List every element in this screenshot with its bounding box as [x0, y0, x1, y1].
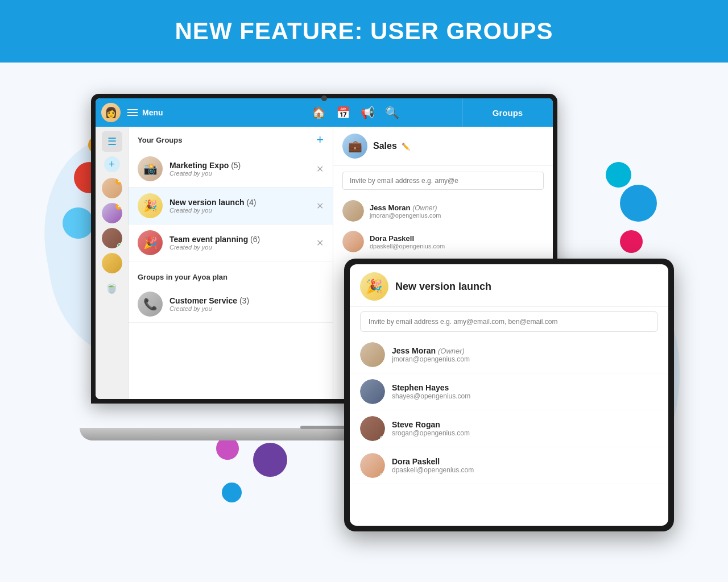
sales-group-name-container: Sales ✏️ [373, 141, 410, 151]
tablet-member-avatar-steve [360, 416, 385, 441]
search-icon[interactable]: 🔍 [385, 106, 399, 119]
online-indicator-3 [117, 243, 122, 248]
hamburger-line [127, 112, 138, 113]
sidebar: ☰ + ★ ★ [96, 127, 129, 399]
tablet-member-email-stephen: shayes@opengenius.com [392, 392, 470, 400]
tablet-group-name: New version launch [395, 281, 491, 293]
group-name-launch: New version launch (4) [169, 198, 309, 207]
laptop-hinge [300, 426, 346, 429]
member-avatar-jess [342, 200, 364, 222]
member-avatar-dora [342, 231, 364, 252]
tablet-frame: 🎉 New version launch Jess Moran (Owner) [344, 259, 674, 531]
tablet-member-info-steve: Steve Rogan srogan@opengenius.com [392, 420, 470, 437]
member-info-dora: Dora Paskell dpaskell@opengenius.com [370, 234, 445, 250]
tablet-member-avatar-dora [360, 453, 385, 478]
edit-pencil-icon[interactable]: ✏️ [402, 143, 410, 151]
group-name-marketing: Marketing Expo (5) [169, 161, 309, 170]
group-item-marketing[interactable]: 📸 Marketing Expo (5) Created by you ✕ [129, 151, 333, 188]
close-group-team[interactable]: ✕ [316, 238, 324, 248]
group-item-launch[interactable]: 🎉 New version launch (4) Created by you … [129, 188, 333, 225]
circle-purple2 [253, 443, 287, 477]
tablet-member-dora: Dora Paskell dpaskell@opengenius.com [350, 447, 668, 484]
circle-pink [620, 230, 643, 253]
circle-purple [216, 437, 239, 460]
group-name-team: Team event planning (6) [169, 235, 309, 244]
sidebar-item-chat[interactable]: + [102, 154, 122, 174]
plan-groups-header: Groups in your Ayoa plan [129, 266, 333, 286]
user-avatar-img: 👩 [101, 103, 121, 122]
group-avatar-customer: 📞 [138, 292, 163, 317]
group-info-customer: Customer Service (3) Created by you [169, 296, 324, 312]
sidebar-avatar-1[interactable]: ★ [102, 178, 122, 198]
sidebar-avatar-2[interactable]: ★ [102, 203, 122, 223]
member-item-jess: Jess Moran (Owner) jmoran@opengenius.com [333, 196, 553, 226]
menu-label[interactable]: Menu [142, 108, 163, 117]
tablet-member-name-jess: Jess Moran (Owner) [392, 346, 470, 355]
online-indicator-steve [380, 436, 384, 440]
group-detail-header: 💼 Sales ✏️ [333, 127, 553, 166]
group-info-marketing: Marketing Expo (5) Created by you [169, 161, 309, 177]
close-group-marketing[interactable]: ✕ [316, 164, 324, 174]
group-info-launch: New version launch (4) Created by you [169, 198, 309, 214]
plan-groups-title: Groups in your Ayoa plan [138, 273, 228, 281]
sales-group-avatar: 💼 [342, 134, 367, 159]
group-sub-launch: Created by you [169, 207, 309, 214]
page-title: NEW FEATURE: USER GROUPS [175, 18, 553, 45]
sidebar-avatar-3[interactable] [102, 228, 122, 248]
group-item-team[interactable]: 🎉 Team event planning (6) Created by you… [129, 225, 333, 261]
group-avatar-marketing: 📸 [138, 156, 163, 181]
sidebar-item-tea[interactable]: 🍵 [102, 277, 122, 297]
tablet-member-email-jess: jmoran@opengenius.com [392, 355, 470, 363]
groups-tab[interactable]: Groups [462, 98, 553, 127]
group-avatar-launch: 🎉 [138, 193, 163, 218]
app-header-left: 👩 Menu [96, 103, 249, 122]
group-info-team: Team event planning (6) Created by you [169, 235, 309, 251]
app-header: 👩 Menu 🏠 📅 📢 🔍 [96, 98, 553, 127]
member-info-jess: Jess Moran (Owner) jmoran@opengenius.com [370, 203, 441, 219]
hamburger-menu-icon[interactable] [127, 109, 138, 116]
user-avatar-header: 👩 [101, 103, 121, 122]
circle-cyan2 [620, 185, 657, 222]
sales-group-name: Sales [373, 141, 397, 151]
tablet-member-stephen: Stephen Hayes shayes@opengenius.com [350, 373, 668, 410]
close-group-launch[interactable]: ✕ [316, 201, 324, 211]
tablet-inner: 🎉 New version launch Jess Moran (Owner) [350, 264, 668, 526]
add-group-button[interactable]: + [316, 134, 324, 146]
member-name-jess: Jess Moran (Owner) [370, 203, 441, 212]
app-header-icons: 🏠 📅 📢 🔍 [249, 106, 462, 119]
hamburger-line [127, 115, 138, 116]
laptop-camera [321, 95, 327, 101]
sidebar-item-list[interactable]: ☰ [102, 131, 122, 152]
group-name-customer: Customer Service (3) [169, 296, 324, 305]
member-owner-jess: (Owner) [412, 204, 437, 212]
member-email-dora: dpaskell@opengenius.com [370, 243, 445, 250]
online-indicator-dora [380, 473, 384, 477]
member-item-dora: Dora Paskell dpaskell@opengenius.com [333, 226, 553, 257]
star-badge-2: ★ [115, 203, 122, 210]
group-sub-team: Created by you [169, 244, 309, 251]
calendar-icon[interactable]: 📅 [336, 106, 350, 119]
tablet-invite-input[interactable] [360, 311, 658, 332]
main-area: 👩 Menu 🏠 📅 📢 🔍 [0, 63, 728, 582]
megaphone-icon[interactable]: 📢 [361, 106, 375, 119]
tablet-member-email-steve: srogan@opengenius.com [392, 429, 470, 437]
sales-invite-input[interactable] [342, 172, 544, 190]
tablet-member-name-dora: Dora Paskell [392, 457, 474, 466]
tablet-member-info-dora: Dora Paskell dpaskell@opengenius.com [392, 457, 474, 474]
member-email-jess: jmoran@opengenius.com [370, 212, 441, 219]
home-icon[interactable]: 🏠 [312, 106, 326, 119]
header-banner: NEW FEATURE: USER GROUPS [0, 0, 728, 63]
tablet-device: 🎉 New version launch Jess Moran (Owner) [344, 259, 674, 531]
group-item-customer[interactable]: 📞 Customer Service (3) Created by you [129, 286, 333, 323]
tablet-member-steve: Steve Rogan srogan@opengenius.com [350, 410, 668, 447]
group-sub-marketing: Created by you [169, 170, 309, 177]
member-name-dora: Dora Paskell [370, 234, 445, 243]
tablet-group-avatar: 🎉 [360, 272, 388, 301]
group-avatar-team: 🎉 [138, 230, 163, 255]
circle-blue2 [222, 483, 242, 502]
tablet-member-email-dora: dpaskell@opengenius.com [392, 466, 474, 474]
sidebar-avatar-4[interactable] [102, 253, 122, 273]
tablet-header: 🎉 New version launch [350, 264, 668, 307]
groups-panel: Your Groups + 📸 Marketing Expo [129, 127, 333, 399]
your-groups-title: Your Groups [138, 136, 182, 144]
